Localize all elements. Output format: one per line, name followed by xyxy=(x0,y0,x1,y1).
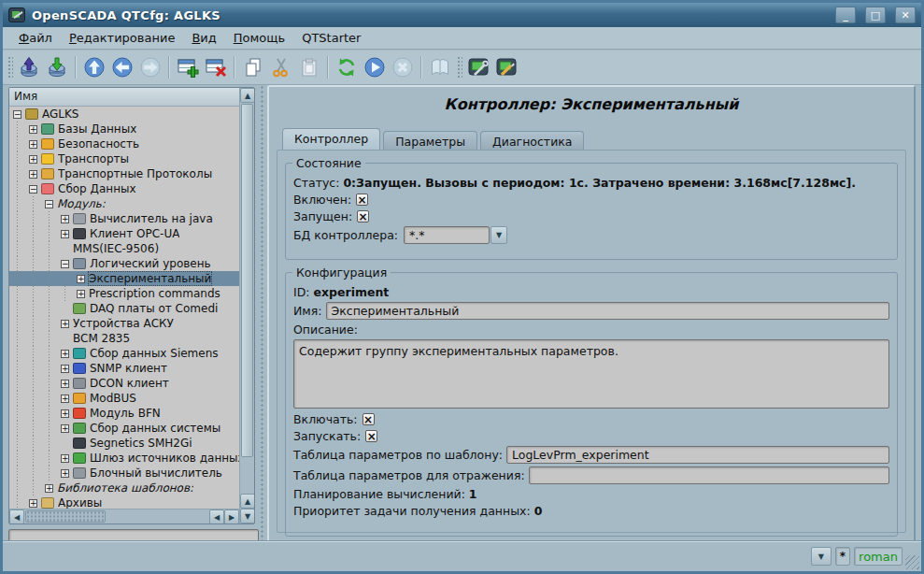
tree-item-транспорты[interactable]: +Транспорты xyxy=(9,151,239,166)
expand-icon[interactable]: + xyxy=(61,424,69,433)
tree-header[interactable]: Имя xyxy=(9,88,239,107)
menu-file[interactable]: Файл xyxy=(10,28,61,48)
menu-help[interactable]: Помощь xyxy=(225,28,293,48)
expand-icon[interactable]: + xyxy=(61,409,69,418)
qtcfg-tool-button[interactable] xyxy=(464,53,492,81)
tree-item-aglks[interactable]: −AGLKS xyxy=(9,107,239,122)
name-field[interactable]: Экспериментальный xyxy=(326,302,890,320)
expand-icon[interactable]: + xyxy=(77,275,85,283)
load-from-db-button[interactable] xyxy=(15,53,43,81)
expand-icon[interactable]: + xyxy=(29,140,37,149)
collapse-icon[interactable]: − xyxy=(29,185,37,194)
to-enable-checkbox[interactable]: × xyxy=(362,413,375,425)
minimize-icon[interactable]: _ xyxy=(835,7,856,23)
expand-icon[interactable]: + xyxy=(61,380,69,388)
start-periodic-update-button[interactable] xyxy=(361,53,389,81)
tree-item-экспериментальный[interactable]: +Экспериментальный xyxy=(9,271,239,286)
expand-icon[interactable]: + xyxy=(29,499,37,508)
tree-item-модуль-bfn[interactable]: +Модуль BFN xyxy=(9,406,239,421)
controller-db-value[interactable]: *.* xyxy=(404,226,490,244)
go-next-button[interactable] xyxy=(136,53,164,81)
tab-parameters[interactable]: Параметры xyxy=(383,131,477,151)
expand-icon[interactable]: + xyxy=(61,365,69,373)
expand-icon[interactable]: + xyxy=(77,290,85,298)
status-dropdown-icon[interactable]: ▼ xyxy=(811,547,832,566)
maximize-icon[interactable]: □ xyxy=(865,7,886,23)
expand-icon[interactable]: + xyxy=(29,170,37,179)
copy-item-button[interactable] xyxy=(239,53,267,81)
qtstarter-toolbar-handle[interactable] xyxy=(456,55,462,79)
toolbar-handle[interactable] xyxy=(7,55,13,79)
scroll-up2-icon[interactable]: ▲ xyxy=(240,494,255,509)
vision-tool-button[interactable] xyxy=(492,53,520,81)
tree-item-modbus[interactable]: +ModBUS xyxy=(9,391,239,406)
hscroll-slider[interactable] xyxy=(25,510,106,523)
running-checkbox[interactable]: × xyxy=(357,210,369,222)
cut-item-button[interactable] xyxy=(267,53,295,81)
tree-item-модуль[interactable]: −Модуль: xyxy=(9,196,239,211)
menu-qtstarter[interactable]: QTStarter xyxy=(293,28,369,48)
tab-controller[interactable]: Контроллер xyxy=(282,128,380,151)
collapse-icon[interactable]: − xyxy=(13,110,21,119)
expand-icon[interactable]: + xyxy=(29,155,37,164)
expand-icon[interactable]: + xyxy=(61,230,69,238)
chevron-down-icon[interactable]: ▼ xyxy=(490,226,507,244)
expand-icon[interactable]: + xyxy=(61,469,69,478)
expand-icon[interactable]: + xyxy=(45,484,53,493)
to-start-checkbox[interactable]: × xyxy=(365,430,377,442)
go-up-button[interactable] xyxy=(80,53,108,81)
collapse-icon[interactable]: − xyxy=(45,200,53,208)
scroll-down-icon[interactable]: ▼ xyxy=(240,509,255,524)
collapse-icon[interactable]: − xyxy=(61,260,69,268)
tab-diagnostics[interactable]: Диагностика xyxy=(480,131,584,151)
param-table-field[interactable]: LogLevPrm_experiment xyxy=(506,446,889,464)
scroll-left2-icon[interactable]: ◀ xyxy=(209,509,224,524)
go-previous-button[interactable] xyxy=(108,53,136,81)
delete-item-button[interactable] xyxy=(202,53,230,81)
tree-item-сбор-данных[interactable]: −Сбор Данных xyxy=(9,181,239,196)
tree-vertical-scrollbar[interactable]: ▲ ▲ ▼ xyxy=(239,88,254,524)
manual-button[interactable] xyxy=(426,53,454,81)
tree-item-сбор-данных-системы[interactable]: +Сбор данных системы xyxy=(9,421,239,436)
scroll-left-icon[interactable]: ◀ xyxy=(9,509,24,524)
expand-icon[interactable]: + xyxy=(61,350,69,358)
expand-icon[interactable]: + xyxy=(29,125,37,134)
tree-item-архивы[interactable]: +Архивы xyxy=(9,495,239,509)
expand-icon[interactable]: + xyxy=(61,395,69,403)
tree-item-вычислитель-на-java[interactable]: +Вычислитель на java xyxy=(9,211,239,226)
tree-item-dcon-клиент[interactable]: +DCON клиент xyxy=(9,376,239,391)
expand-icon[interactable]: + xyxy=(61,454,69,463)
scroll-up-icon[interactable]: ▲ xyxy=(240,88,255,103)
menu-edit[interactable]: Редактирование xyxy=(61,28,183,48)
paste-item-button[interactable] xyxy=(295,53,323,81)
tree-item-безопасность[interactable]: +Безопасность xyxy=(9,136,239,151)
tree-item-транспортные-протоколы[interactable]: +Транспортные Протоколы xyxy=(9,166,239,181)
tree-item-логический-уровень[interactable]: −Логический уровень xyxy=(9,256,239,271)
tree-item-шлюз-источников-данных[interactable]: +Шлюз источников данных xyxy=(9,451,239,466)
save-to-db-button[interactable] xyxy=(43,53,71,81)
tree-item-библиотека-шаблонов[interactable]: +Библиотека шаблонов: xyxy=(9,481,239,495)
tree-item-daq-платы-от-comedi[interactable]: DAQ платы от Comedi xyxy=(9,301,239,316)
enabled-checkbox[interactable]: × xyxy=(356,194,368,206)
stop-periodic-update-button[interactable] xyxy=(389,53,417,81)
add-item-button[interactable] xyxy=(174,53,202,81)
tree-item-клиент-opc-ua[interactable]: +Клиент OPC-UA xyxy=(9,226,239,241)
scroll-right-icon[interactable]: ▶ xyxy=(224,509,239,524)
tree-item-блочный-вычислитель[interactable]: +Блочный вычислитель xyxy=(9,466,239,481)
tree-item-prescription-commands[interactable]: +Prescription commands xyxy=(9,286,239,301)
resize-grip[interactable] xyxy=(905,555,919,569)
tree-item-segnetics-smh2gi[interactable]: Segnetics SMH2Gi xyxy=(9,436,239,451)
expand-icon[interactable]: + xyxy=(61,215,69,223)
tree-item-mms-iec-9506[interactable]: MMS(IEC-9506) xyxy=(9,241,239,256)
title-bar[interactable]: OpenSCADA QTCfg: AGLKS _ □ ✕ xyxy=(3,3,921,27)
tree-item-базы-данных[interactable]: +Базы Данных xyxy=(9,122,239,136)
menu-view[interactable]: Вид xyxy=(183,28,224,48)
splitter-handle[interactable] xyxy=(257,85,266,540)
user-badge[interactable]: roman xyxy=(854,547,903,566)
refl-table-field[interactable] xyxy=(529,466,889,484)
tree-item-bcm-2835[interactable]: BCM 2835 xyxy=(9,331,239,346)
tree-horizontal-scrollbar[interactable]: ◀ ◀ ▶ xyxy=(9,509,239,524)
controller-db-combobox[interactable]: *.* ▼ xyxy=(404,226,507,244)
description-field[interactable]: Содержит группу экспериментальных параме… xyxy=(293,339,889,409)
tree-item-сбор-данных-siemens[interactable]: +Сбор данных Siemens xyxy=(9,346,239,361)
